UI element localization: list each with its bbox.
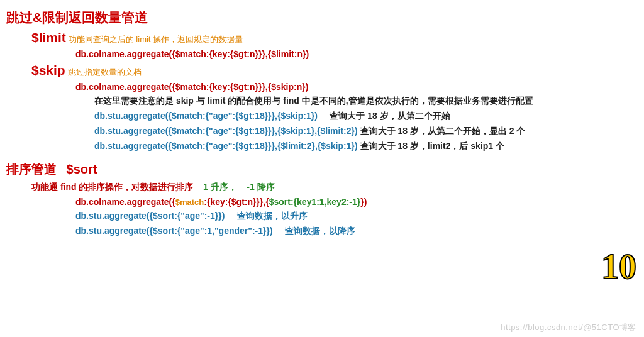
sort-desc-c: -1 降序 [247, 182, 274, 192]
limit-code-line: db.colname.aggregate({$match:{key:{$gt:n… [75, 49, 638, 59]
limit-row: $limit 功能同查询之后的 limit 操作，返回规定的数据量 [31, 30, 638, 45]
skip-ex1-text: 查询大于 18 岁，从第二个开始 [330, 111, 450, 121]
limit-code: db.colname.aggregate({$match:{key:{$gt:n… [75, 49, 309, 59]
section2-title: 排序管道 $sort [6, 161, 638, 178]
sort-ex2-code: db.stu.aggregate({$sort:{"age":1,"gender… [75, 226, 273, 236]
skip-row: $skip 跳过指定数量的文档 [31, 63, 638, 78]
limit-keyword: $limit [31, 30, 66, 45]
skip-code: db.colname.aggregate({$match:{key:{$gt:n… [75, 82, 308, 92]
sort-desc-a: 功能通 find 的排序操作，对数据进行排序 [31, 182, 193, 192]
page-number-badge: 10 [601, 246, 636, 287]
skip-ex3-text: 查询大于 18 岁，limit2，后 skip1 个 [360, 141, 505, 151]
skip-ex2-text: 查询大于 18 岁，从第二个开始，显出 2 个 [360, 126, 526, 136]
skip-code-line: db.colname.aggregate({$match:{key:{$gt:n… [75, 82, 638, 92]
sort-desc-b: 1 升序， [203, 182, 237, 192]
skip-note: 在这里需要注意的是 skip 与 limit 的配合使用与 find 中是不同的… [94, 96, 638, 107]
sort-ex1-text: 查询数据，以升序 [237, 211, 308, 221]
sort-desc-row: 功能通 find 的排序操作，对数据进行排序 1 升序， -1 降序 [31, 182, 638, 193]
sort-code-sort: $sort:{key1:1,key2:-1} [269, 197, 361, 207]
watermark-text: https://blog.csdn.net/@51CTO博客 [501, 322, 636, 333]
skip-keyword: $skip [31, 63, 65, 77]
section1-title: 跳过&限制返回数量管道 [6, 9, 638, 26]
skip-ex2: db.stu.aggregate({$match:{"age":{$gt:18}… [94, 126, 638, 137]
skip-ex2-code: db.stu.aggregate({$match:{"age":{$gt:18}… [94, 126, 358, 136]
skip-ex1: db.stu.aggregate({$match:{"age":{$gt:18}… [94, 111, 638, 122]
sort-ex1: db.stu.aggregate({$sort:{"age":-1}}) 查询数… [75, 211, 638, 222]
sort-ex1-code: db.stu.aggregate({$sort:{"age":-1}}) [75, 211, 225, 221]
skip-ex3-code: db.stu.aggregate({$match:{"age":{$gt:18}… [94, 141, 358, 151]
limit-desc: 功能同查询之后的 limit 操作，返回规定的数据量 [69, 35, 243, 44]
sort-code-pre: db.colname.aggregate({ [75, 197, 175, 207]
sort-code-line: db.colname.aggregate({$match:{key:{$gt:n… [75, 197, 638, 207]
heading-skip-limit: 跳过&限制返回数量管道 [6, 10, 148, 25]
sort-code-mid: :{key:{$gt:n}}},{ [204, 197, 269, 207]
skip-ex1-code: db.stu.aggregate({$match:{"age":{$gt:18}… [94, 111, 318, 121]
sort-code-end: }) [360, 197, 367, 207]
sort-ex2: db.stu.aggregate({$sort:{"age":1,"gender… [75, 226, 638, 237]
sort-ex2-text: 查询数据，以降序 [285, 226, 355, 236]
sort-code-match: $match [175, 197, 204, 207]
skip-ex3: db.stu.aggregate({$match:{"age":{$gt:18}… [94, 141, 638, 152]
skip-desc: 跳过指定数量的文档 [68, 67, 142, 77]
sort-title-b: $sort [67, 162, 97, 176]
sort-title-a: 排序管道 [6, 162, 57, 176]
